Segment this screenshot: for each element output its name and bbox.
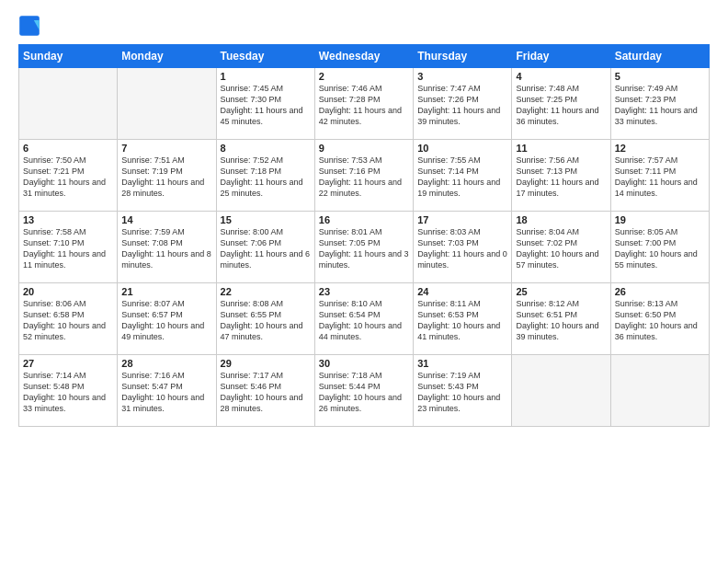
day-cell: 26Sunrise: 8:13 AMSunset: 6:50 PMDayligh…	[610, 283, 709, 355]
day-cell: 6Sunrise: 7:50 AMSunset: 7:21 PMDaylight…	[19, 140, 118, 212]
header	[18, 15, 710, 37]
svg-rect-0	[19, 16, 40, 36]
day-info: Sunrise: 8:06 AMSunset: 6:58 PMDaylight:…	[23, 298, 113, 343]
col-thursday: Thursday	[414, 45, 512, 68]
day-cell	[19, 68, 118, 140]
day-cell: 4Sunrise: 7:48 AMSunset: 7:25 PMDaylight…	[512, 68, 610, 140]
header-row: SundayMondayTuesdayWednesdayThursdayFrid…	[19, 45, 710, 68]
week-row-1: 1Sunrise: 7:45 AMSunset: 7:30 PMDaylight…	[19, 68, 710, 140]
day-number: 20	[23, 286, 113, 297]
day-cell: 29Sunrise: 7:17 AMSunset: 5:46 PMDayligh…	[216, 355, 314, 427]
day-info: Sunrise: 7:49 AMSunset: 7:23 PMDaylight:…	[615, 83, 705, 128]
day-info: Sunrise: 7:47 AMSunset: 7:26 PMDaylight:…	[417, 83, 507, 128]
day-cell: 30Sunrise: 7:18 AMSunset: 5:44 PMDayligh…	[314, 355, 413, 427]
day-number: 15	[221, 214, 311, 225]
week-row-5: 27Sunrise: 7:14 AMSunset: 5:48 PMDayligh…	[19, 355, 710, 427]
day-info: Sunrise: 7:48 AMSunset: 7:25 PMDaylight:…	[516, 83, 606, 128]
day-info: Sunrise: 7:46 AMSunset: 7:28 PMDaylight:…	[319, 83, 409, 128]
day-number: 13	[23, 214, 113, 225]
day-info: Sunrise: 8:05 AMSunset: 7:00 PMDaylight:…	[615, 226, 705, 271]
day-number: 30	[319, 358, 409, 369]
page: SundayMondayTuesdayWednesdayThursdayFrid…	[0, 0, 728, 563]
day-info: Sunrise: 7:52 AMSunset: 7:18 PMDaylight:…	[221, 155, 311, 200]
day-number: 7	[121, 143, 211, 154]
day-cell: 1Sunrise: 7:45 AMSunset: 7:30 PMDaylight…	[216, 68, 314, 140]
day-cell: 7Sunrise: 7:51 AMSunset: 7:19 PMDaylight…	[118, 140, 216, 212]
day-number: 8	[221, 143, 311, 154]
day-info: Sunrise: 7:51 AMSunset: 7:19 PMDaylight:…	[121, 155, 211, 200]
logo	[18, 15, 44, 37]
day-cell: 12Sunrise: 7:57 AMSunset: 7:11 PMDayligh…	[610, 140, 709, 212]
day-info: Sunrise: 8:13 AMSunset: 6:50 PMDaylight:…	[615, 298, 705, 343]
day-cell	[610, 355, 709, 427]
day-info: Sunrise: 7:53 AMSunset: 7:16 PMDaylight:…	[319, 155, 409, 200]
col-monday: Monday	[118, 45, 216, 68]
week-row-4: 20Sunrise: 8:06 AMSunset: 6:58 PMDayligh…	[19, 283, 710, 355]
day-number: 21	[121, 286, 211, 297]
day-info: Sunrise: 8:11 AMSunset: 6:53 PMDaylight:…	[417, 298, 507, 343]
day-cell: 21Sunrise: 8:07 AMSunset: 6:57 PMDayligh…	[118, 283, 216, 355]
day-info: Sunrise: 7:18 AMSunset: 5:44 PMDaylight:…	[319, 370, 409, 415]
day-cell	[118, 68, 216, 140]
day-info: Sunrise: 7:45 AMSunset: 7:30 PMDaylight:…	[221, 83, 311, 128]
day-info: Sunrise: 8:04 AMSunset: 7:02 PMDaylight:…	[516, 226, 606, 271]
day-info: Sunrise: 8:01 AMSunset: 7:05 PMDaylight:…	[319, 226, 409, 271]
day-cell: 19Sunrise: 8:05 AMSunset: 7:00 PMDayligh…	[610, 212, 709, 283]
day-number: 14	[121, 214, 211, 225]
day-cell: 28Sunrise: 7:16 AMSunset: 5:47 PMDayligh…	[118, 355, 216, 427]
day-cell: 27Sunrise: 7:14 AMSunset: 5:48 PMDayligh…	[19, 355, 118, 427]
day-cell: 22Sunrise: 8:08 AMSunset: 6:55 PMDayligh…	[216, 283, 314, 355]
col-sunday: Sunday	[19, 45, 118, 68]
day-number: 27	[23, 358, 113, 369]
day-number: 10	[417, 143, 507, 154]
day-number: 16	[319, 214, 409, 225]
day-number: 5	[615, 71, 705, 82]
day-info: Sunrise: 7:17 AMSunset: 5:46 PMDaylight:…	[221, 370, 311, 415]
day-number: 17	[417, 214, 507, 225]
day-cell: 20Sunrise: 8:06 AMSunset: 6:58 PMDayligh…	[19, 283, 118, 355]
day-number: 23	[319, 286, 409, 297]
day-number: 18	[516, 214, 606, 225]
day-cell: 18Sunrise: 8:04 AMSunset: 7:02 PMDayligh…	[512, 212, 610, 283]
day-cell: 16Sunrise: 8:01 AMSunset: 7:05 PMDayligh…	[314, 212, 413, 283]
col-wednesday: Wednesday	[314, 45, 413, 68]
day-number: 9	[319, 143, 409, 154]
day-number: 11	[516, 143, 606, 154]
day-number: 22	[221, 286, 311, 297]
col-saturday: Saturday	[610, 45, 709, 68]
col-tuesday: Tuesday	[216, 45, 314, 68]
day-cell: 15Sunrise: 8:00 AMSunset: 7:06 PMDayligh…	[216, 212, 314, 283]
day-cell	[512, 355, 610, 427]
day-number: 29	[221, 358, 311, 369]
day-cell: 31Sunrise: 7:19 AMSunset: 5:43 PMDayligh…	[414, 355, 512, 427]
day-cell: 25Sunrise: 8:12 AMSunset: 6:51 PMDayligh…	[512, 283, 610, 355]
day-number: 31	[417, 358, 507, 369]
day-cell: 5Sunrise: 7:49 AMSunset: 7:23 PMDaylight…	[610, 68, 709, 140]
day-info: Sunrise: 7:16 AMSunset: 5:47 PMDaylight:…	[121, 370, 211, 415]
day-number: 19	[615, 214, 705, 225]
day-info: Sunrise: 7:50 AMSunset: 7:21 PMDaylight:…	[23, 155, 113, 200]
day-cell: 23Sunrise: 8:10 AMSunset: 6:54 PMDayligh…	[314, 283, 413, 355]
day-cell: 10Sunrise: 7:55 AMSunset: 7:14 PMDayligh…	[414, 140, 512, 212]
day-info: Sunrise: 7:58 AMSunset: 7:10 PMDaylight:…	[23, 226, 113, 271]
col-friday: Friday	[512, 45, 610, 68]
logo-icon	[18, 15, 40, 37]
day-info: Sunrise: 8:00 AMSunset: 7:06 PMDaylight:…	[221, 226, 311, 271]
day-number: 2	[319, 71, 409, 82]
day-cell: 14Sunrise: 7:59 AMSunset: 7:08 PMDayligh…	[118, 212, 216, 283]
day-number: 6	[23, 143, 113, 154]
day-info: Sunrise: 7:57 AMSunset: 7:11 PMDaylight:…	[615, 155, 705, 200]
day-number: 4	[516, 71, 606, 82]
day-info: Sunrise: 7:14 AMSunset: 5:48 PMDaylight:…	[23, 370, 113, 415]
day-info: Sunrise: 7:55 AMSunset: 7:14 PMDaylight:…	[417, 155, 507, 200]
day-cell: 13Sunrise: 7:58 AMSunset: 7:10 PMDayligh…	[19, 212, 118, 283]
day-number: 3	[417, 71, 507, 82]
day-info: Sunrise: 7:19 AMSunset: 5:43 PMDaylight:…	[417, 370, 507, 415]
day-number: 28	[121, 358, 211, 369]
day-number: 25	[516, 286, 606, 297]
day-info: Sunrise: 8:12 AMSunset: 6:51 PMDaylight:…	[516, 298, 606, 343]
day-number: 1	[221, 71, 311, 82]
week-row-3: 13Sunrise: 7:58 AMSunset: 7:10 PMDayligh…	[19, 212, 710, 283]
day-info: Sunrise: 8:03 AMSunset: 7:03 PMDaylight:…	[417, 226, 507, 271]
day-cell: 17Sunrise: 8:03 AMSunset: 7:03 PMDayligh…	[414, 212, 512, 283]
